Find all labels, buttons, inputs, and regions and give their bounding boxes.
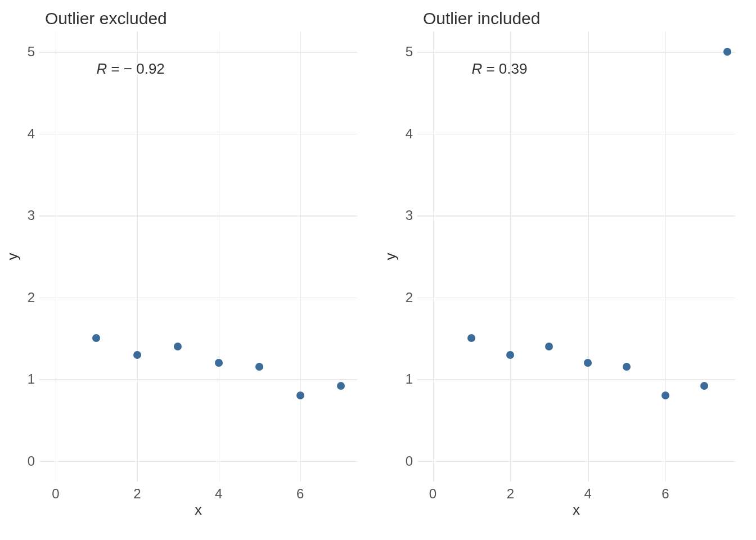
y-tick-label: 0 [390, 453, 417, 469]
y-tick-label: 5 [390, 44, 417, 60]
x-tick-label: 4 [584, 482, 591, 502]
gridline-vertical [56, 32, 57, 482]
correlation-annotation: R = − 0.92 [96, 60, 164, 78]
y-tick-label: 4 [12, 126, 39, 142]
data-point [662, 392, 669, 399]
y-axis-label: y [4, 253, 21, 260]
x-tick-label: 2 [133, 482, 141, 502]
y-axis-label: y [382, 253, 399, 260]
gridline-vertical [219, 32, 220, 482]
annotation-value: = − 0.92 [107, 60, 165, 77]
chart-title: Outlier excluded [45, 9, 372, 28]
annotation-r-symbol: R [96, 60, 107, 77]
y-tick-label: 1 [390, 371, 417, 387]
data-point [255, 363, 263, 371]
y-tick-label: 0 [12, 453, 39, 469]
chart-title: Outlier included [423, 9, 750, 28]
plot: 0123450246R = 0.39yx [417, 32, 735, 482]
gridline-horizontal [417, 52, 735, 53]
data-point [545, 343, 553, 350]
gridline-horizontal [39, 298, 357, 299]
x-axis-label: x [195, 501, 202, 519]
y-tick-label: 4 [390, 126, 417, 142]
data-point [337, 382, 345, 390]
annotation-r-symbol: R [471, 60, 482, 77]
gridline-vertical [510, 32, 511, 482]
chart-panel-1: Outlier included0123450246R = 0.39yx [378, 0, 756, 540]
data-point [723, 48, 731, 56]
chart-panel-0: Outlier excluded0123450246R = − 0.92yx [0, 0, 378, 540]
x-tick-label: 6 [296, 482, 304, 502]
x-tick-label: 6 [662, 482, 669, 502]
y-tick-label: 2 [12, 290, 39, 305]
data-point [174, 343, 182, 350]
plot-area: 0123450246R = − 0.92yx [39, 32, 367, 482]
y-tick-label: 3 [12, 208, 39, 223]
data-point [506, 351, 514, 359]
data-point [215, 359, 223, 367]
x-axis-label: x [573, 501, 580, 519]
plot-area: 0123450246R = 0.39yx [417, 32, 745, 482]
data-point [623, 363, 631, 371]
gridline-vertical [300, 32, 302, 482]
x-tick-label: 0 [52, 482, 59, 502]
gridline-horizontal [39, 215, 357, 217]
data-point [133, 351, 141, 359]
gridline-horizontal [417, 379, 735, 380]
data-point [92, 334, 100, 342]
y-tick-label: 1 [12, 371, 39, 387]
gridline-horizontal [39, 52, 357, 53]
y-tick-label: 2 [390, 290, 417, 305]
data-point [584, 359, 592, 367]
plot: 0123450246R = − 0.92yx [39, 32, 357, 482]
data-point [700, 382, 708, 390]
annotation-value: = 0.39 [482, 60, 527, 77]
x-tick-label: 0 [429, 482, 436, 502]
gridline-vertical [588, 32, 589, 482]
gridline-vertical [137, 32, 138, 482]
gridline-horizontal [417, 298, 735, 299]
gridline-horizontal [39, 461, 357, 462]
y-tick-label: 3 [390, 208, 417, 223]
correlation-annotation: R = 0.39 [471, 60, 527, 78]
x-tick-label: 4 [215, 482, 222, 502]
figure: Outlier excluded0123450246R = − 0.92yxOu… [0, 0, 756, 540]
data-point [296, 392, 304, 399]
y-tick-label: 5 [12, 44, 39, 60]
gridline-vertical [665, 32, 667, 482]
gridline-horizontal [417, 461, 735, 462]
gridline-horizontal [39, 379, 357, 380]
gridline-vertical [433, 32, 434, 482]
x-tick-label: 2 [507, 482, 514, 502]
gridline-horizontal [417, 215, 735, 217]
gridline-horizontal [417, 134, 735, 135]
data-point [467, 334, 475, 342]
gridline-horizontal [39, 134, 357, 135]
